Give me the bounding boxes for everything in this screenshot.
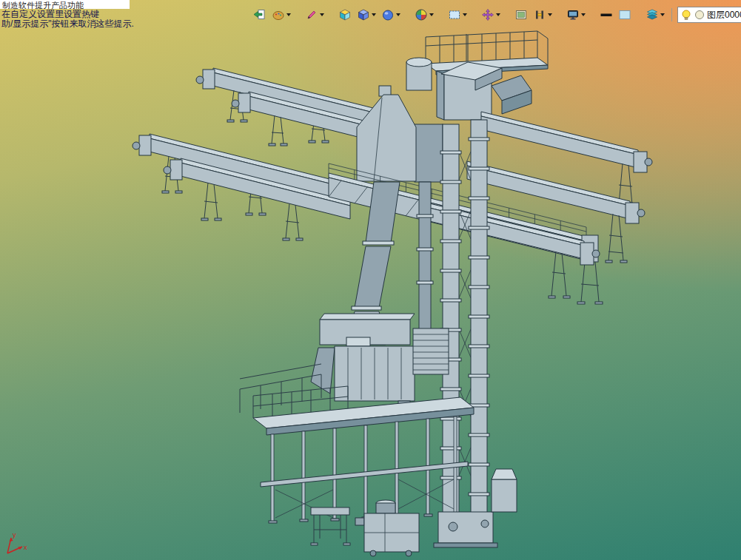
ucs-axis-indicator: x y xyxy=(7,531,27,553)
axis-x-label: x xyxy=(24,544,27,551)
cad-application-window: 制造软件提升产品功能 在自定义设置里设置热键 助/显示提示"按钮来取消这些提示. xyxy=(0,0,741,560)
roller-stand xyxy=(311,507,350,545)
cyclone-cylinder xyxy=(406,58,432,90)
distributor-hopper xyxy=(357,86,443,182)
axis-y-label: y xyxy=(13,531,16,539)
elevator-head xyxy=(437,62,532,120)
3d-viewport[interactable]: x y xyxy=(0,0,741,560)
